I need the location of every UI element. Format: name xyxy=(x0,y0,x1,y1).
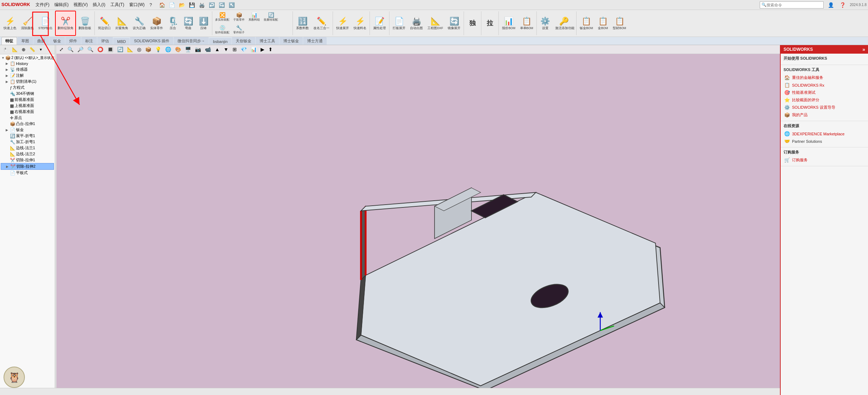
tool-shanchu[interactable]: 🗑️ 删除肋板 xyxy=(76,11,93,36)
user-icon[interactable]: 👤 xyxy=(826,1,835,9)
tool-fengcuijiao[interactable]: 📐 封窗角角 xyxy=(113,11,130,36)
tool-jin-bom[interactable]: 📋 金BOM xyxy=(595,11,610,36)
tree-cutlist[interactable]: ▶ 📋 切割清单(1) xyxy=(1,79,54,85)
tools-benchmark[interactable]: 🎯 性能基准测试 xyxy=(784,89,865,96)
tree-sensor[interactable]: ▶ 📡 传感器 xyxy=(1,66,54,72)
menu-edit[interactable]: 编辑(E) xyxy=(52,1,71,9)
menu-help[interactable]: ? xyxy=(147,2,154,8)
vt-view-circle[interactable]: ◎ xyxy=(136,46,143,53)
redo-icon[interactable]: ↪️ xyxy=(217,1,226,9)
menu-tools[interactable]: 工具(T) xyxy=(108,1,126,9)
snap-tool[interactable]: ⊕ xyxy=(20,46,27,53)
tool-banjin-bom[interactable]: 📋 钣金BOM xyxy=(578,11,595,36)
tab-boshi-fangtong[interactable]: 博士方通 xyxy=(303,37,327,45)
select-icon[interactable]: ↖️ xyxy=(227,1,236,9)
tab-hanjian[interactable]: 焊件 xyxy=(65,37,81,45)
tool-jishu[interactable]: 🔢 系数料数 xyxy=(294,11,311,36)
tab-tianchuang[interactable]: 天创钣金 xyxy=(232,37,255,45)
tool-zizhuang[interactable]: 📦 子装零件 xyxy=(231,11,246,23)
measure-tool[interactable]: 📏 xyxy=(28,46,37,53)
tree-origin[interactable]: ✛ 原点 xyxy=(1,115,54,121)
tool-kuaisu-liao[interactable]: ⚡ 快速料名 xyxy=(351,11,369,36)
vt-section[interactable]: 🔳 xyxy=(106,46,115,53)
menu-insert[interactable]: 插入(I) xyxy=(91,1,107,9)
search-input[interactable] xyxy=(766,3,816,7)
tab-caotu[interactable]: 草图 xyxy=(17,37,33,45)
tool-shuxing[interactable]: 📝 属性处理 xyxy=(371,11,388,36)
filter-tool[interactable]: ▼ xyxy=(37,47,44,53)
vt-chart[interactable]: 📊 xyxy=(249,46,258,53)
tool-yahe[interactable]: 🗜️ 压合 xyxy=(165,11,180,36)
vt-rotate[interactable]: ⭕ xyxy=(96,46,105,53)
vt-light[interactable]: 💡 xyxy=(154,46,163,53)
tab-bsbanjin[interactable]: bsbanjin xyxy=(209,38,231,45)
vt-zoom-fit[interactable]: 🔍 xyxy=(66,46,75,53)
tool-sheweizheng[interactable]: 🔧 设为正确 xyxy=(131,11,148,36)
vt-play[interactable]: ▶ xyxy=(259,46,266,53)
tree-flat[interactable]: 📄 平板式 xyxy=(1,170,54,176)
vt-camera[interactable]: 📷 xyxy=(193,46,202,53)
tools-rx[interactable]: 📋 SOLIDWORKS Rx xyxy=(784,81,865,89)
tree-edge1[interactable]: 📐 边线-法兰1 xyxy=(1,145,54,151)
tool-wanqu[interactable]: 🔄 弯曲 xyxy=(181,11,196,36)
tree-bendflat1[interactable]: 🔄 展平-折弯1 xyxy=(1,133,54,139)
new-icon[interactable]: 📄 xyxy=(168,1,176,9)
tool-dandan-bom[interactable]: 📋 单单BOM xyxy=(518,11,535,36)
tab-wechat[interactable]: 微信抖音同步→ xyxy=(174,37,209,45)
vt-zoom-area[interactable]: 🔎 xyxy=(76,46,85,53)
tool-yazhu[interactable]: ⬇️ 压铸 xyxy=(196,11,211,36)
tab-banjin[interactable]: 钣金 xyxy=(49,37,65,45)
save-icon[interactable]: 💾 xyxy=(187,1,196,9)
tool-kuaisu-icon2[interactable]: ⚡ 快速展开 xyxy=(334,11,351,36)
home-icon[interactable]: 🏠 xyxy=(158,1,166,9)
tools-partner[interactable]: 🤝 Partner Solutions xyxy=(784,137,865,145)
tab-boshi-tools[interactable]: 博士工具 xyxy=(256,37,279,45)
tree-banjin[interactable]: ▶ 📄 钣金 xyxy=(1,127,54,133)
vt-3d[interactable]: 💎 xyxy=(239,46,248,53)
tool-mirror[interactable]: 🔄 镜像展开 xyxy=(446,11,463,36)
tree-note[interactable]: ▶ 📝 注解 xyxy=(1,72,54,79)
tool-du[interactable]: 独 xyxy=(465,11,480,36)
tools-compare[interactable]: ⭐ 比较截面的评分 xyxy=(784,96,865,104)
tool-xingcai-bom[interactable]: 📋 型材BOM xyxy=(611,11,628,36)
tool-qingchu[interactable]: 🧹 清除颜色 xyxy=(19,11,36,36)
tree-formula[interactable]: ƒ 方程式 xyxy=(1,85,54,91)
search-bar[interactable]: 🔍 xyxy=(760,1,824,9)
vt-orbit[interactable]: 🔄 xyxy=(116,46,125,53)
tool-ruanjian[interactable]: 💿 软件组装配 xyxy=(213,23,231,36)
tool-auto-draw[interactable]: 🖨️ 自动出图 xyxy=(408,11,425,36)
tree-frontplane[interactable]: ▦ 前视基准面 xyxy=(1,97,54,103)
vt-box[interactable]: 📦 xyxy=(144,46,153,53)
tool-duozhuan[interactable]: 🔀 多实转装配 xyxy=(213,11,231,23)
sketch-tool[interactable]: 📐 xyxy=(10,46,20,53)
tree-topplane[interactable]: ▦ 上视基准面 xyxy=(1,103,54,109)
pointer-tool[interactable]: 🖱️ xyxy=(1,46,10,53)
tree-root[interactable]: ▼ 📦 2 (默认) <<默认>_显示状态 1> xyxy=(1,55,54,61)
open-icon[interactable]: 📂 xyxy=(178,1,186,9)
vt-pan[interactable]: ⤢ xyxy=(58,46,65,53)
help-icon[interactable]: ❓ xyxy=(838,1,847,9)
tool-daban[interactable]: 📄 打板展开 xyxy=(391,11,408,36)
undo-icon[interactable]: ↩️ xyxy=(207,1,216,9)
tree-material[interactable]: 🔩 304不锈钢 xyxy=(1,91,54,97)
tools-settings[interactable]: ⚙️ SOLIDWORKS 设置导导 xyxy=(784,104,865,111)
tree-history[interactable]: ▶ 📋 History xyxy=(1,61,54,66)
tool-kuaisu[interactable]: ⚡ 快速上色 xyxy=(1,11,18,36)
tree-cut1[interactable]: ✂️ 切除-拉伸1 xyxy=(1,157,54,163)
vt-color[interactable]: 🎨 xyxy=(174,46,182,53)
menu-file[interactable]: 文件(F) xyxy=(33,1,51,9)
viewport[interactable]: ⤢ 🔍 🔎 🔍 ⭕ 🔳 🔄 📐 ◎ 📦 💡 🌐 🎨 🖥️ 📷 📹 ▲ ▼ ⊞ xyxy=(56,45,868,395)
tab-biaozhun[interactable]: 标注 xyxy=(81,37,97,45)
right-panel-collapse[interactable]: » xyxy=(862,47,865,52)
tools-3dexp[interactable]: 🌐 3DEXPERIENCE Marketplace xyxy=(784,130,865,137)
vt-display[interactable]: 🖥️ xyxy=(184,46,192,53)
tool-shanchuzhengjiao[interactable]: ✂️ 删特征除角 xyxy=(55,11,76,36)
menu-window[interactable]: 窗口(W) xyxy=(127,1,147,9)
tree-rightplane[interactable]: ▦ 右视基准面 xyxy=(1,109,54,115)
tree-process1[interactable]: 🔧 加工-折弯1 xyxy=(1,139,54,145)
tree-boss1[interactable]: 📦 凸台-拉伸1 xyxy=(1,121,54,127)
tool-lingjianzhuanzi[interactable]: 🔧 零件转子 xyxy=(231,23,246,36)
vt-grid[interactable]: ⊞ xyxy=(231,46,238,53)
tool-dxf[interactable]: 📐 工程图DXF xyxy=(425,11,445,36)
tab-pinggu[interactable]: 评估 xyxy=(97,37,113,45)
